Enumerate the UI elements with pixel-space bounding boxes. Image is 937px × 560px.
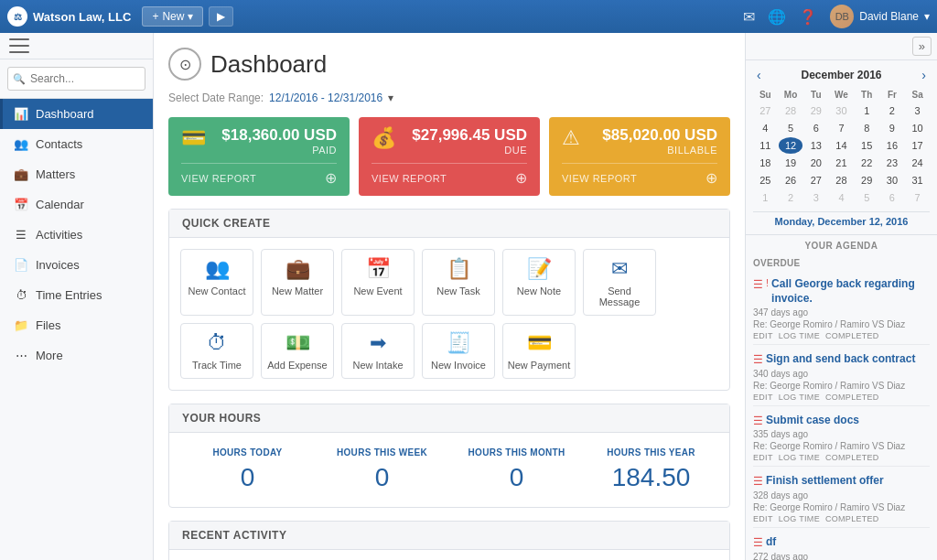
cal-day-5-5[interactable]: 6 — [880, 189, 905, 206]
recent-activity-header: RECENT ACTIVITY — [169, 522, 729, 550]
ai-name-item3[interactable]: Submit case docs — [766, 414, 859, 428]
ai-action-edit-item4[interactable]: EDIT — [753, 514, 773, 523]
sidebar-item-invoices[interactable]: 📄Invoices — [0, 250, 153, 280]
cal-day-4-1[interactable]: 26 — [779, 172, 803, 188]
calendar-prev-button[interactable]: ‹ — [753, 68, 765, 82]
mail-icon[interactable]: ✉ — [743, 8, 755, 26]
sidebar-item-contacts[interactable]: 👥Contacts — [0, 129, 153, 159]
stat-plus-icon-due[interactable]: ⊕ — [515, 169, 527, 187]
search-input[interactable] — [7, 67, 145, 91]
ai-action-log-time-item2[interactable]: LOG TIME — [779, 393, 820, 402]
ai-action-log-time-item3[interactable]: LOG TIME — [779, 453, 820, 462]
cal-day-0-2[interactable]: 29 — [803, 102, 828, 119]
cal-day-0-1[interactable]: 28 — [779, 102, 803, 119]
cal-day-5-1[interactable]: 2 — [779, 189, 803, 206]
cal-day-4-2[interactable]: 27 — [803, 172, 828, 188]
cal-day-0-5[interactable]: 2 — [880, 102, 905, 119]
date-range-chevron[interactable]: ▾ — [388, 92, 393, 104]
cal-day-3-3[interactable]: 21 — [829, 155, 854, 171]
ai-action-completed-item3[interactable]: COMPLETED — [825, 453, 879, 462]
cal-day-3-4[interactable]: 22 — [855, 155, 879, 171]
cal-day-2-2[interactable]: 13 — [803, 137, 828, 154]
cal-day-4-4[interactable]: 29 — [855, 172, 879, 188]
qc-item-track-time[interactable]: ⏱ Track Time — [180, 323, 253, 379]
qc-item-new-contact[interactable]: 👥 New Contact — [180, 249, 253, 316]
cal-day-1-3[interactable]: 7 — [829, 120, 854, 136]
calendar-next-button[interactable]: › — [918, 68, 930, 82]
cal-day-2-1[interactable]: 12 — [779, 137, 803, 154]
user-menu[interactable]: DB David Blane ▾ — [830, 5, 930, 28]
ai-action-edit-item2[interactable]: EDIT — [753, 393, 773, 402]
cal-day-4-5[interactable]: 30 — [880, 172, 905, 188]
collapse-panel-button[interactable]: » — [912, 37, 932, 56]
cal-day-3-2[interactable]: 20 — [803, 155, 828, 171]
cal-day-4-0[interactable]: 25 — [753, 172, 778, 188]
cal-day-0-6[interactable]: 3 — [905, 102, 930, 119]
cal-day-0-4[interactable]: 1 — [855, 102, 879, 119]
cal-day-5-4[interactable]: 5 — [855, 189, 879, 206]
qc-item-new-event[interactable]: 📅 New Event — [341, 249, 415, 316]
cal-day-0-0[interactable]: 27 — [753, 102, 778, 119]
cal-day-2-0[interactable]: 11 — [753, 137, 778, 154]
view-report-paid[interactable]: VIEW REPORT — [181, 173, 256, 184]
cal-day-5-3[interactable]: 4 — [829, 189, 854, 206]
ai-action-completed-item1[interactable]: COMPLETED — [825, 331, 879, 340]
cal-day-3-0[interactable]: 18 — [753, 155, 778, 171]
cal-day-1-5[interactable]: 9 — [880, 120, 905, 136]
stat-plus-icon-billable[interactable]: ⊕ — [705, 169, 717, 187]
ai-action-edit-item1[interactable]: EDIT — [753, 331, 773, 340]
hamburger-icon[interactable] — [9, 38, 29, 53]
cal-day-4-3[interactable]: 28 — [829, 172, 854, 188]
qc-item-new-task[interactable]: 📋 New Task — [422, 249, 495, 316]
globe-icon[interactable]: 🌐 — [768, 8, 786, 26]
ai-action-completed-item4[interactable]: COMPLETED — [825, 514, 879, 523]
cal-day-3-6[interactable]: 24 — [905, 155, 930, 171]
ai-name-item1[interactable]: Call George back regarding invoice. — [771, 277, 930, 306]
sidebar-item-dashboard[interactable]: 📊Dashboard — [0, 99, 153, 129]
qc-item-new-matter[interactable]: 💼 New Matter — [261, 249, 334, 316]
cal-day-1-1[interactable]: 5 — [779, 120, 803, 136]
ai-name-item2[interactable]: Sign and send back contract — [766, 352, 915, 367]
cal-day-5-0[interactable]: 1 — [753, 189, 778, 206]
new-button[interactable]: + New ▾ — [142, 6, 203, 27]
sidebar-item-calendar[interactable]: 📅Calendar — [0, 189, 153, 220]
ai-name-item4[interactable]: Finish settlement offer — [766, 474, 884, 489]
cal-day-2-5[interactable]: 16 — [880, 137, 905, 154]
cal-day-5-2[interactable]: 3 — [803, 189, 828, 206]
qc-item-new-intake[interactable]: ➡ New Intake — [341, 323, 415, 379]
play-button[interactable]: ▶ — [209, 6, 233, 27]
sidebar-item-files[interactable]: 📁Files — [0, 310, 153, 340]
cal-day-2-6[interactable]: 17 — [905, 137, 930, 154]
qc-item-new-note[interactable]: 📝 New Note — [502, 249, 576, 316]
qc-item-new-payment[interactable]: 💳 New Payment — [502, 323, 576, 379]
cal-day-1-6[interactable]: 10 — [905, 120, 930, 136]
cal-day-3-5[interactable]: 23 — [880, 155, 905, 171]
cal-day-3-1[interactable]: 19 — [779, 155, 803, 171]
cal-day-2-3[interactable]: 14 — [829, 137, 854, 154]
qc-item-new-invoice[interactable]: 🧾 New Invoice — [422, 323, 495, 379]
cal-day-2-4[interactable]: 15 — [855, 137, 879, 154]
ai-name-item5[interactable]: df — [766, 535, 776, 550]
cal-day-0-3[interactable]: 30 — [829, 102, 854, 119]
ai-action-log-time-item4[interactable]: LOG TIME — [779, 514, 820, 523]
view-report-due[interactable]: VIEW REPORT — [372, 173, 447, 184]
cal-day-1-0[interactable]: 4 — [753, 120, 778, 136]
ai-action-edit-item3[interactable]: EDIT — [753, 453, 773, 462]
qc-item-send-message[interactable]: ✉ Send Message — [583, 249, 656, 316]
ai-action-log-time-item1[interactable]: LOG TIME — [779, 331, 820, 340]
qc-item-add-expense[interactable]: 💵 Add Expense — [261, 323, 334, 379]
cal-day-5-6[interactable]: 7 — [905, 189, 930, 206]
cal-day-1-4[interactable]: 8 — [855, 120, 879, 136]
cal-day-4-6[interactable]: 31 — [905, 172, 930, 188]
sidebar-menu-button[interactable] — [0, 33, 153, 59]
sidebar-item-more[interactable]: ⋯More — [0, 340, 153, 371]
help-icon[interactable]: ❓ — [799, 8, 817, 26]
sidebar-item-activities[interactable]: ☰Activities — [0, 220, 153, 250]
cal-day-1-2[interactable]: 6 — [803, 120, 828, 136]
sidebar-item-matters[interactable]: 💼Matters — [0, 159, 153, 189]
ai-action-completed-item2[interactable]: COMPLETED — [825, 393, 879, 402]
stat-plus-icon-paid[interactable]: ⊕ — [325, 169, 337, 187]
date-range-value[interactable]: 12/1/2016 - 12/31/2016 — [269, 92, 382, 104]
view-report-billable[interactable]: VIEW REPORT — [562, 173, 637, 184]
sidebar-item-timeentries[interactable]: ⏱Time Entries — [0, 280, 153, 310]
